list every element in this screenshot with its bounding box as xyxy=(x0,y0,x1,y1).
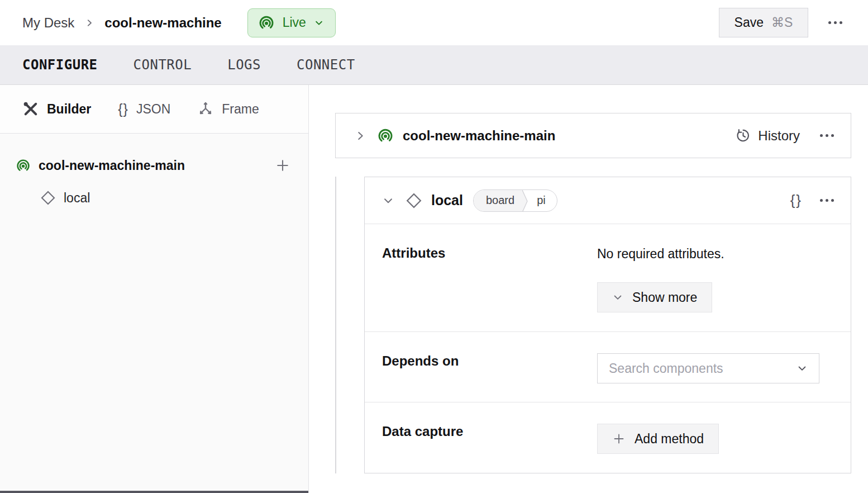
collapse-chevron-down-icon[interactable] xyxy=(382,195,394,207)
plus-icon xyxy=(275,158,290,173)
badge-divider-chevron-icon xyxy=(522,190,530,211)
config-view-tabs: Builder {} JSON Frame xyxy=(0,85,308,134)
add-component-button[interactable] xyxy=(275,158,290,173)
edit-json-icon-button[interactable]: {} xyxy=(790,192,802,209)
attributes-section: Attributes No required attributes. Show … xyxy=(365,224,851,331)
machine-part-menu-button[interactable] xyxy=(819,131,835,140)
tab-control[interactable]: CONTROL xyxy=(133,57,192,73)
tab-connect[interactable]: CONNECT xyxy=(297,57,355,73)
history-label: History xyxy=(758,128,800,144)
machine-live-icon xyxy=(16,158,31,173)
save-shortcut: ⌘S xyxy=(771,15,793,30)
tree-item-label: local xyxy=(64,191,90,206)
show-more-button[interactable]: Show more xyxy=(597,282,712,312)
chevron-right-icon xyxy=(84,18,94,28)
machine-live-icon xyxy=(377,127,394,144)
tree-item-machine-main[interactable]: cool-new-machine-main xyxy=(0,150,308,181)
config-sidebar: Builder {} JSON Frame xyxy=(0,85,309,493)
depends-on-label: Depends on xyxy=(382,353,459,369)
tab-builder[interactable]: Builder xyxy=(22,101,91,117)
depends-on-section: Depends on xyxy=(365,331,851,402)
machine-live-icon xyxy=(258,15,275,31)
show-more-label: Show more xyxy=(632,290,697,305)
depends-on-select[interactable] xyxy=(597,353,819,383)
add-method-label: Add method xyxy=(635,432,704,447)
tab-json[interactable]: {} JSON xyxy=(118,101,170,117)
history-icon xyxy=(736,128,751,143)
axes-icon xyxy=(197,101,214,117)
attributes-empty-text: No required attributes. xyxy=(597,246,724,262)
machine-status-dropdown[interactable]: Live xyxy=(247,8,336,37)
chevron-down-icon xyxy=(797,363,808,374)
breadcrumb-parent-link[interactable]: My Desk xyxy=(22,15,74,31)
config-main-panel: cool-new-machine-main History xyxy=(309,85,868,493)
tab-frame[interactable]: Frame xyxy=(197,101,259,117)
expand-chevron-right-icon[interactable] xyxy=(354,130,366,142)
status-label: Live xyxy=(283,15,306,30)
history-button[interactable]: History xyxy=(736,128,800,144)
component-type: board xyxy=(474,190,522,211)
attributes-label: Attributes xyxy=(382,245,445,261)
diamond-icon xyxy=(40,190,56,206)
component-title: local xyxy=(431,192,463,208)
component-model: pi xyxy=(530,190,557,211)
tab-builder-label: Builder xyxy=(47,102,91,117)
top-bar: My Desk cool-new-machine Live Save ⌘S xyxy=(0,0,868,45)
breadcrumb: My Desk cool-new-machine xyxy=(22,15,222,31)
tools-icon xyxy=(22,101,39,117)
tab-json-label: JSON xyxy=(136,102,170,117)
diamond-icon xyxy=(406,192,422,209)
sidebar-scrollbar[interactable] xyxy=(0,491,308,493)
chevron-down-icon xyxy=(612,292,623,303)
topbar-overflow-menu-button[interactable] xyxy=(827,18,843,27)
machine-nav-tabs: CONFIGURE CONTROL LOGS CONNECT xyxy=(0,45,868,85)
child-components-rail xyxy=(335,177,336,473)
topbar-actions: Save ⌘S xyxy=(719,8,843,37)
component-card-header: local board pi {} xyxy=(365,177,851,224)
component-menu-button[interactable] xyxy=(819,196,835,205)
configure-content: Builder {} JSON Frame xyxy=(0,85,868,493)
save-button[interactable]: Save ⌘S xyxy=(719,8,808,37)
viam-machine-page: My Desk cool-new-machine Live Save ⌘S CO… xyxy=(0,0,868,493)
tab-frame-label: Frame xyxy=(222,102,259,117)
tree-item-label: cool-new-machine-main xyxy=(39,158,185,173)
data-capture-label: Data capture xyxy=(382,424,463,439)
component-card-local: local board pi {} Attributes No required… xyxy=(364,177,851,473)
add-method-button[interactable]: Add method xyxy=(597,424,719,454)
braces-icon: {} xyxy=(118,101,128,117)
tab-logs[interactable]: LOGS xyxy=(227,57,261,73)
machine-name: cool-new-machine xyxy=(104,15,221,31)
data-capture-section: Data capture Add method xyxy=(365,402,851,473)
tab-configure[interactable]: CONFIGURE xyxy=(22,57,98,73)
component-type-model-badge: board pi xyxy=(473,189,557,212)
machine-part-tree: cool-new-machine-main local xyxy=(0,134,308,213)
search-components-input[interactable] xyxy=(609,361,797,376)
machine-part-title: cool-new-machine-main xyxy=(403,128,555,144)
chevron-down-icon xyxy=(314,18,324,28)
save-label: Save xyxy=(735,15,764,30)
tree-item-local[interactable]: local xyxy=(0,183,308,213)
plus-icon xyxy=(612,432,626,445)
machine-part-card: cool-new-machine-main History xyxy=(335,113,851,158)
